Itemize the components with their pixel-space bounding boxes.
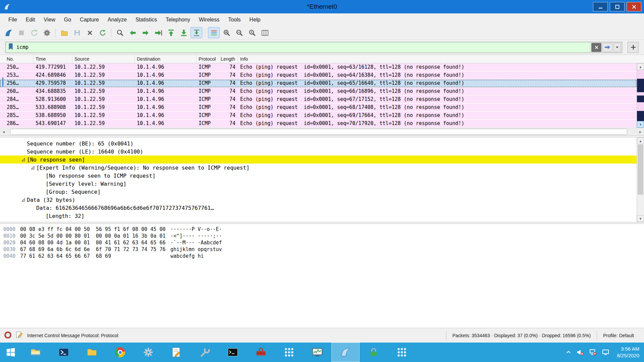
taskbar-lock-icon[interactable] xyxy=(360,343,388,362)
minimize-button[interactable] xyxy=(593,2,608,11)
expander-icon[interactable] xyxy=(19,158,27,162)
detail-line[interactable]: [Group: Sequence] xyxy=(0,188,637,196)
network-error-icon[interactable] xyxy=(589,349,597,356)
packet-list-hscrollbar[interactable]: ◂ ▸ xyxy=(0,128,644,135)
packet-row[interactable]: 256…429.75957810.1.22.5910.1.4.96ICMP74E… xyxy=(0,79,637,87)
detail-line[interactable]: [Expert Info (Warning/Sequence): No resp… xyxy=(0,164,637,172)
start-capture-icon[interactable] xyxy=(3,27,14,38)
menu-analyze[interactable]: Analyze xyxy=(103,14,131,25)
detail-line[interactable]: Sequence number (BE): 65 (0x0041) xyxy=(0,139,637,147)
packet-list-scrollbar[interactable]: ▴ ▾ xyxy=(637,63,644,128)
filter-input[interactable]: icmp xyxy=(5,42,622,53)
scroll-minimap[interactable] xyxy=(637,70,644,121)
taskbar-wireshark-icon[interactable] xyxy=(331,343,360,362)
hex-row[interactable]: 003067 68 69 6a 6b 6c 6d 6e 6f 70 71 72 … xyxy=(3,246,644,253)
filter-apply-icon[interactable] xyxy=(602,43,612,52)
start-button[interactable] xyxy=(0,343,21,362)
taskbar-performance-monitor-icon[interactable] xyxy=(303,343,331,362)
taskbar-clock[interactable]: 3:56 AM 8/25/2020 xyxy=(615,346,639,359)
display-icon[interactable] xyxy=(602,349,609,356)
go-back-icon[interactable] xyxy=(127,27,139,38)
go-last-icon[interactable] xyxy=(178,27,190,38)
details-scroll-down-icon[interactable]: ▾ xyxy=(637,215,644,222)
go-first-icon[interactable] xyxy=(165,27,177,38)
packet-row[interactable]: 285…538.68895010.1.22.5910.1.4.96ICMP74E… xyxy=(0,112,637,120)
scroll-up-icon[interactable]: ▴ xyxy=(637,63,644,70)
detail-line[interactable]: Data (32 bytes) xyxy=(0,196,637,204)
scroll-left-icon[interactable]: ◂ xyxy=(0,128,7,135)
filter-clear-icon[interactable] xyxy=(591,43,601,52)
taskbar-notepad-pen-icon[interactable] xyxy=(162,343,191,362)
packet-row[interactable]: 260…434.68883510.1.22.5910.1.4.96ICMP74E… xyxy=(0,87,637,96)
details-scrollbar[interactable]: ▴ ▾ xyxy=(637,137,644,222)
scroll-down-icon[interactable]: ▾ xyxy=(637,121,644,128)
taskbar-wrench-tool-icon[interactable] xyxy=(191,343,219,362)
open-file-icon[interactable] xyxy=(58,27,70,38)
taskbar-app-grid-icon[interactable] xyxy=(275,343,303,362)
filter-text[interactable]: icmp xyxy=(14,44,590,50)
menu-view[interactable]: View xyxy=(39,14,59,25)
expert-info-button[interactable] xyxy=(4,331,12,340)
filter-dropdown-icon[interactable] xyxy=(613,43,621,52)
details-scroll-up-icon[interactable]: ▴ xyxy=(637,137,644,144)
column-header-destination[interactable]: Destination xyxy=(135,55,197,63)
expander-icon[interactable] xyxy=(29,166,36,170)
restart-capture-icon[interactable] xyxy=(28,27,40,38)
menu-help[interactable]: Help xyxy=(245,14,265,25)
column-header-protocol[interactable]: Protocol xyxy=(197,55,221,63)
zoom-in-icon[interactable] xyxy=(221,27,232,38)
menu-wireless[interactable]: Wireless xyxy=(195,14,224,25)
detail-line[interactable]: [Length: 32] xyxy=(0,212,637,220)
bookmark-icon[interactable] xyxy=(8,43,14,52)
scroll-right-icon[interactable]: ▸ xyxy=(637,128,644,135)
packet-row[interactable]: 250…419.77299110.1.22.5910.1.4.96ICMP74E… xyxy=(0,63,637,71)
menu-file[interactable]: File xyxy=(4,14,21,25)
taskbar-folder-icon[interactable] xyxy=(78,343,106,362)
close-file-icon[interactable] xyxy=(84,27,96,38)
hex-row[interactable]: 002004 60 08 00 4d 1a 00 01 00 41 61 62 … xyxy=(3,239,644,246)
detail-line[interactable]: Data: 6162636465666768696a6b6c6d6e6f7071… xyxy=(0,204,637,212)
zoom-reset-icon[interactable] xyxy=(246,27,258,38)
auto-scroll-icon[interactable] xyxy=(191,27,202,38)
column-header-time[interactable]: Time xyxy=(34,55,72,63)
packet-row[interactable]: 253…424.68984610.1.22.5910.1.4.96ICMP74E… xyxy=(0,71,637,79)
capture-options-icon[interactable] xyxy=(41,27,53,38)
taskbar-gear-tool-icon[interactable] xyxy=(134,343,162,362)
packet-row[interactable]: 284…528.91360010.1.22.5910.1.4.96ICMP74E… xyxy=(0,96,637,104)
filter-add-button[interactable] xyxy=(628,42,639,53)
find-packet-icon[interactable] xyxy=(114,27,126,38)
menu-tools[interactable]: Tools xyxy=(224,14,245,25)
taskbar-app-grid-2-icon[interactable] xyxy=(388,343,416,362)
menu-telephony[interactable]: Telephony xyxy=(161,14,195,25)
hex-row[interactable]: 001000 3c 5e 5d 00 00 80 01 00 00 0a 01 … xyxy=(3,233,644,239)
go-forward-icon[interactable] xyxy=(140,27,151,38)
detail-line[interactable]: [Severity level: Warning] xyxy=(0,180,637,188)
hex-row[interactable]: 000000 08 e3 ff fc 04 00 50 56 95 f1 6f … xyxy=(3,226,644,233)
maximize-button[interactable] xyxy=(610,2,625,11)
detail-line[interactable]: [No response seen to ICMP request] xyxy=(0,172,637,180)
capture-comment-button[interactable] xyxy=(16,331,23,340)
taskbar-toolbox-icon[interactable] xyxy=(247,343,275,362)
expander-icon[interactable] xyxy=(19,198,27,202)
status-profile[interactable]: Profile: Default xyxy=(597,331,640,340)
taskbar-file-explorer-icon[interactable] xyxy=(21,343,50,362)
menu-capture[interactable]: Capture xyxy=(75,14,103,25)
taskbar-terminal-icon[interactable] xyxy=(219,343,247,362)
tray-expand-icon[interactable] xyxy=(566,350,571,355)
go-to-packet-icon[interactable] xyxy=(152,27,164,38)
packet-row[interactable]: 286…543.69014710.1.22.5910.1.4.96ICMP74E… xyxy=(0,120,637,128)
column-header-no[interactable]: No. xyxy=(0,55,34,63)
close-button[interactable] xyxy=(627,2,641,11)
packet-row[interactable]: 285…533.68890810.1.22.5910.1.4.96ICMP74E… xyxy=(0,104,637,112)
detail-line[interactable]: [No response seen] xyxy=(0,156,637,164)
taskbar-powershell-icon[interactable] xyxy=(50,343,78,362)
menu-statistics[interactable]: Statistics xyxy=(131,14,161,25)
colorize-icon[interactable] xyxy=(208,27,220,38)
hscroll-thumb[interactable] xyxy=(10,129,627,135)
taskbar-chrome-icon[interactable] xyxy=(106,343,134,362)
stop-capture-icon[interactable] xyxy=(15,27,27,38)
column-header-info[interactable]: Info xyxy=(238,55,644,63)
volume-muted-icon[interactable] xyxy=(577,349,584,356)
reload-file-icon[interactable] xyxy=(97,27,108,38)
save-file-icon[interactable] xyxy=(71,27,83,38)
